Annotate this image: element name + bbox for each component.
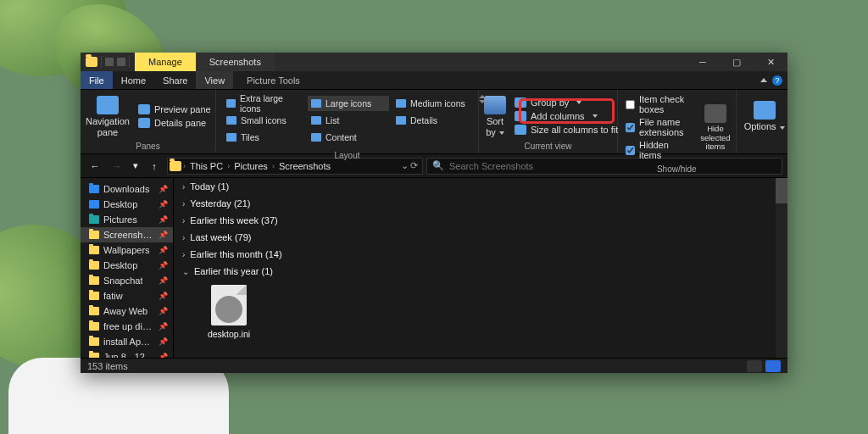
addcol-icon [515, 111, 526, 121]
up-button[interactable]: ↑ [145, 157, 164, 175]
icons-view-button[interactable] [765, 360, 781, 372]
checkbox[interactable] [626, 100, 635, 109]
group-by-button[interactable]: Group by [511, 97, 621, 108]
history-dropdown[interactable]: ▾ [130, 157, 142, 175]
hidden-items-label: Hidden items [639, 140, 693, 160]
ribbon-tabs: File Home Share View Picture Tools ? [81, 71, 787, 90]
add-columns-button[interactable]: Add columns [511, 110, 621, 122]
sidebar-item[interactable]: Screenshots📌 [81, 227, 173, 242]
title-bar[interactable]: Manage Screenshots ─ ▢ ✕ [81, 53, 787, 71]
sidebar-item-label: install Apple Mobile [103, 337, 154, 347]
folder-icon [89, 261, 99, 270]
group-header[interactable]: ›Yesterday (21) [174, 195, 787, 212]
layout-gallery[interactable]: Extra large icons Large icons Medium ico… [221, 93, 476, 147]
pin-icon: 📌 [159, 276, 168, 285]
sidebar-item[interactable]: Downloads📌 [81, 181, 173, 197]
preview-pane-button[interactable]: Preview pane [135, 103, 214, 115]
gallery-scroll-icon[interactable] [479, 95, 486, 103]
qat-button[interactable] [117, 58, 125, 66]
details-pane-button[interactable]: Details pane [135, 117, 214, 129]
tab-share[interactable]: Share [154, 71, 196, 89]
pin-icon: 📌 [159, 322, 168, 331]
navigation-tree[interactable]: Downloads📌Desktop📌Pictures📌Screenshots📌W… [81, 178, 174, 358]
options-button[interactable]: Options [742, 93, 787, 138]
sidebar-item[interactable]: fatiw📌 [81, 288, 173, 303]
chevron-right-icon[interactable]: › [183, 162, 186, 170]
group-header[interactable]: ⌄Earlier this year (1) [174, 263, 787, 280]
folder-icon [89, 322, 99, 331]
item-check-boxes-toggle[interactable]: Item check boxes [623, 93, 695, 115]
sidebar-item[interactable]: Away Web📌 [81, 303, 173, 319]
tab-picture-tools[interactable]: Picture Tools [238, 71, 309, 89]
layout-label: Content [326, 132, 357, 142]
layout-extra-large[interactable]: Extra large icons [223, 96, 304, 111]
group-header[interactable]: ›Earlier this week (37) [174, 212, 787, 229]
layout-label: Large icons [326, 98, 371, 108]
checkbox[interactable] [626, 146, 635, 155]
sidebar-item[interactable]: Pictures📌 [81, 212, 173, 227]
qat-button[interactable] [105, 58, 114, 66]
pin-icon: 📌 [159, 215, 168, 224]
sidebar-item[interactable]: install Apple Mobile📌 [81, 334, 173, 349]
layout-label: List [326, 115, 339, 125]
layout-small[interactable]: Small icons [223, 113, 304, 128]
scrollbar-thumb[interactable] [776, 178, 787, 203]
layout-tiles[interactable]: Tiles [223, 130, 304, 145]
sidebar-item[interactable]: Snapchat📌 [81, 273, 173, 288]
tab-file[interactable]: File [81, 71, 113, 89]
sort-by-button[interactable]: Sort by [484, 93, 506, 138]
sidebar-item[interactable]: Wallpapers📌 [81, 242, 173, 258]
collapse-ribbon-icon[interactable] [760, 78, 767, 82]
checkbox[interactable] [626, 123, 635, 132]
layout-medium[interactable]: Medium icons [392, 96, 474, 111]
group-header[interactable]: ›Today (1) [174, 178, 787, 195]
group-header[interactable]: ›Earlier this month (14) [174, 246, 787, 263]
content-icon [311, 133, 321, 142]
sidebar-item[interactable]: Jun 8 - 12📌 [81, 349, 173, 358]
icons-icon [226, 99, 236, 108]
layout-list[interactable]: List [308, 113, 389, 128]
hidden-items-toggle[interactable]: Hidden items [623, 139, 695, 161]
sidebar-item-label: free up disk space [103, 321, 154, 331]
minimize-button[interactable]: ─ [686, 53, 720, 71]
group-label-empty [737, 142, 793, 153]
scrollbar[interactable] [776, 178, 787, 358]
navigation-pane-button[interactable]: Navigation pane [86, 93, 130, 138]
tab-view[interactable]: View [196, 71, 233, 89]
folder-icon [89, 185, 99, 193]
file-list[interactable]: ›Today (1)›Yesterday (21)›Earlier this w… [174, 178, 787, 358]
file-item[interactable]: desktop.ini [194, 285, 264, 339]
layout-details[interactable]: Details [392, 113, 474, 128]
sidebar-item-label: Jun 8 - 12 [103, 352, 145, 358]
back-button[interactable]: ← [86, 157, 104, 175]
layout-label: Details [410, 115, 437, 125]
hide-selected-button[interactable]: Hide selected items [700, 93, 730, 161]
tab-home[interactable]: Home [113, 71, 154, 89]
ini-file-icon [211, 285, 247, 326]
pin-icon: 📌 [159, 200, 168, 209]
file-explorer-window: Manage Screenshots ─ ▢ ✕ File Home Share… [81, 53, 787, 373]
contextual-tab-manage[interactable]: Manage [135, 53, 196, 71]
help-icon[interactable]: ? [772, 75, 782, 86]
options-icon [754, 101, 776, 120]
forward-button[interactable]: → [108, 157, 126, 175]
folder-icon [89, 337, 99, 346]
sidebar-item[interactable]: free up disk space📌 [81, 319, 173, 334]
chevron-right-icon[interactable]: › [227, 162, 230, 170]
close-button[interactable]: ✕ [754, 53, 787, 71]
sidebar-item-label: Screenshots [103, 230, 154, 240]
nav-pane-label: Navigation pane [86, 116, 130, 136]
sidebar-item[interactable]: Desktop📌 [81, 258, 173, 273]
folder-icon [89, 215, 99, 224]
sidebar-item[interactable]: Desktop📌 [81, 197, 173, 212]
file-name-extensions-toggle[interactable]: File name extensions [623, 116, 695, 138]
size-columns-button[interactable]: Size all columns to fit [511, 124, 621, 136]
maximize-button[interactable]: ▢ [720, 53, 754, 71]
sort-icon [484, 96, 506, 114]
chevron-right-icon[interactable]: › [272, 162, 275, 170]
details-view-button[interactable] [747, 360, 762, 372]
group-header[interactable]: ›Last week (79) [174, 229, 787, 246]
layout-content[interactable]: Content [308, 130, 389, 145]
layout-large[interactable]: Large icons [308, 96, 389, 111]
icons-icon [396, 99, 406, 108]
